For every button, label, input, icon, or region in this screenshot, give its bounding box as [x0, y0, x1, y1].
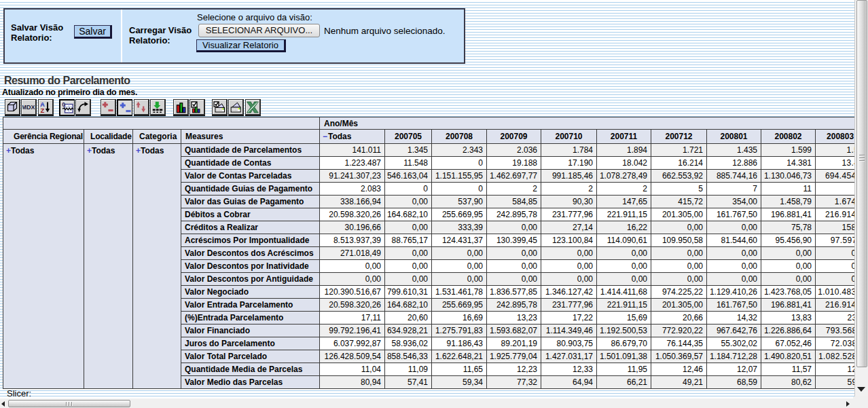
svg-text:0: 0 — [62, 102, 65, 108]
svg-text:Z: Z — [41, 107, 45, 114]
svg-text:MDX: MDX — [22, 104, 35, 111]
